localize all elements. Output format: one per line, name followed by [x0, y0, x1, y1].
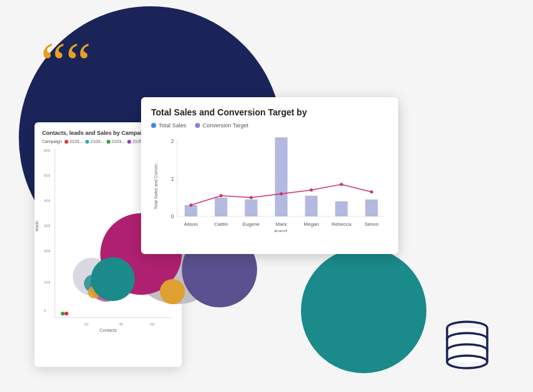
- svg-rect-10: [215, 198, 228, 216]
- scene: ““ Contacts, leads and Sales by Campaign…: [0, 0, 533, 392]
- svg-point-17: [219, 194, 223, 198]
- svg-point-16: [189, 204, 193, 207]
- legend-total-sales: Total Sales: [151, 122, 186, 129]
- svg-rect-11: [245, 199, 258, 216]
- svg-text:1: 1: [171, 176, 174, 182]
- legend-series-3: 2103...: [107, 139, 125, 144]
- svg-text:Caitlin: Caitlin: [214, 221, 228, 227]
- database-icon: [439, 317, 495, 373]
- svg-text:Agent: Agent: [274, 228, 288, 232]
- svg-text:Rebecca: Rebecca: [332, 221, 352, 227]
- svg-text:Alison: Alison: [184, 221, 198, 227]
- legend-series-2: 2103...: [85, 139, 103, 144]
- right-chart-title: Total Sales and Conversion Target by: [151, 107, 388, 117]
- svg-text:Megan: Megan: [303, 221, 319, 227]
- svg-text:Simon: Simon: [364, 221, 379, 227]
- svg-point-20: [310, 189, 313, 192]
- legend-campaign-label: Campaign: [42, 139, 62, 144]
- teal-small-bubble: [91, 257, 135, 301]
- svg-point-21: [340, 183, 343, 186]
- y-axis-label: leads: [34, 221, 39, 231]
- legend-series-1: 2103...: [65, 139, 83, 144]
- gold-small-bubble: [160, 279, 185, 304]
- svg-rect-12: [275, 137, 288, 216]
- chart-area: 2 1 0 Total Sales and Conver...: [151, 135, 388, 232]
- svg-text:2: 2: [171, 138, 174, 144]
- teal-large-bubble: [301, 248, 426, 373]
- right-chart-legend: Total Sales Conversion Target: [151, 122, 388, 129]
- right-chart-card: Total Sales and Conversion Target by Tot…: [141, 97, 398, 254]
- svg-rect-13: [305, 196, 318, 216]
- svg-text:0: 0: [171, 213, 174, 220]
- chart-svg: 2 1 0 Total Sales and Conver...: [151, 135, 388, 232]
- svg-point-22: [370, 191, 373, 194]
- quote-mark: ““: [41, 34, 91, 91]
- svg-text:Total Sales and Conver...: Total Sales and Conver...: [154, 161, 158, 209]
- svg-rect-15: [366, 199, 378, 216]
- x-axis-label: Contacts: [42, 328, 174, 332]
- legend-conversion-target: Conversion Target: [195, 122, 248, 129]
- svg-point-18: [250, 196, 253, 199]
- svg-text:Eugene: Eugene: [243, 221, 260, 227]
- svg-rect-9: [185, 205, 198, 216]
- svg-point-19: [280, 193, 283, 196]
- svg-text:Mark: Mark: [276, 221, 288, 227]
- svg-rect-14: [335, 201, 348, 216]
